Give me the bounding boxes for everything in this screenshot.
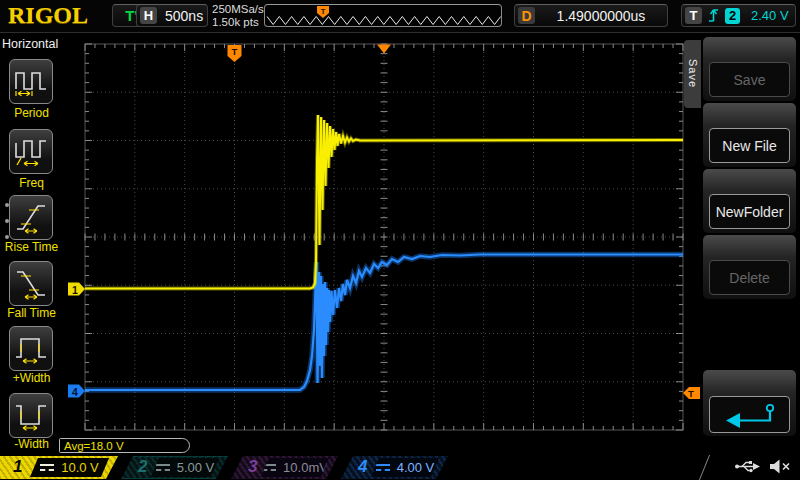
save-button[interactable]: Save [709, 62, 790, 97]
measure-sidebar: Horizontal Period Freq Rise Time [0, 32, 63, 455]
dc-coupling-icon [156, 464, 170, 471]
softkey-block: Delete [703, 235, 796, 299]
measurement-readout: Avg=18.0 V [59, 438, 190, 453]
fall-time-icon [13, 265, 49, 301]
rise-time-icon [13, 199, 49, 235]
page-indicator-dot [5, 219, 9, 223]
delay-badge: D 1.49000000us [514, 4, 668, 27]
status-bar: RIGOL T'D H 500ns 250MSa/s 1.50k pts T D… [0, 0, 800, 33]
ch1-position-marker[interactable]: 1 [68, 283, 85, 296]
timebase-value: 500ns [165, 8, 203, 24]
acquisition-info: 250MSa/s 1.50k pts [212, 3, 264, 29]
measure-item-rise-time-label[interactable]: Rise Time [0, 240, 63, 254]
softkey-block: Save [703, 37, 796, 101]
horizontal-key-label: H [140, 7, 157, 24]
svg-text:4: 4 [72, 386, 78, 398]
trigger-level-value: 2.40 V [751, 8, 789, 23]
channel-2-status[interactable]: 2 5.00 V [121, 456, 228, 479]
avg-measurement: Avg=18.0 V [64, 440, 124, 452]
channel-4-number: 4 [358, 457, 367, 477]
svg-text:T: T [232, 46, 238, 57]
trigger-level-marker[interactable]: T [683, 387, 700, 399]
return-arrow-icon [717, 402, 783, 428]
page-indicator-dot [5, 203, 9, 207]
measure-category-title: Horizontal [2, 37, 58, 51]
minus-width-icon [13, 397, 49, 433]
new-folder-button[interactable]: NewFolder [709, 194, 790, 229]
trigger-settings-badge: T 2 2.40 V [681, 4, 796, 27]
oscilloscope-screen: T T 1 4 RIGOL T'D H 500ns 250MSa/s 1. [0, 0, 800, 480]
speaker-muted-icon [769, 458, 792, 475]
waveform-memory-preview[interactable]: T [264, 4, 502, 27]
channel-3-status[interactable]: 3 10.0mV [231, 456, 338, 479]
delay-value: 1.49000000us [557, 8, 646, 24]
new-file-button[interactable]: New File [709, 128, 790, 163]
measure-item-rise-time[interactable] [9, 195, 53, 240]
channel-bar: 1 10.0 V 2 5.00 V 3 10.0mV 4 [0, 455, 800, 480]
channel-2-scale: 5.00 V [177, 460, 215, 475]
measure-item-period-label[interactable]: Period [0, 106, 63, 120]
graticule-grid [85, 44, 683, 430]
channel-4-scale: 4.00 V [397, 460, 435, 475]
trigger-key-label: T [685, 7, 702, 24]
delay-reference-marker[interactable] [377, 45, 391, 54]
measure-item-freq[interactable] [9, 129, 53, 174]
period-icon [13, 63, 49, 99]
dc-coupling-icon [40, 464, 54, 471]
channel-1-number: 1 [13, 457, 22, 477]
ch4-waveform-fuzz [85, 255, 683, 391]
trigger-position-marker[interactable]: T [228, 45, 242, 62]
softkey-block: New File [703, 103, 796, 167]
memory-depth: 1.50k pts [212, 16, 264, 29]
measure-item-plus-width[interactable] [9, 326, 53, 371]
measure-item-minus-width-label[interactable]: -Width [0, 437, 63, 451]
channel-3-number: 3 [248, 457, 257, 477]
plus-width-icon [13, 330, 49, 366]
menu-tab-save: Save [684, 40, 701, 108]
measure-item-freq-label[interactable]: Freq [0, 176, 63, 190]
usb-icon [734, 458, 761, 475]
svg-text:1: 1 [72, 284, 78, 296]
waveform-display: T T 1 4 [0, 0, 800, 480]
channel-2-number: 2 [138, 457, 147, 477]
trigger-source-badge: 2 [725, 8, 740, 24]
softkey-block: NewFolder [703, 169, 796, 233]
ch4-waveform [85, 255, 683, 391]
memory-waveform-thumbnail [267, 17, 501, 25]
sample-rate: 250MSa/s [212, 3, 264, 16]
freq-icon [13, 133, 49, 169]
channel-1-status[interactable]: 1 10.0 V [0, 456, 118, 479]
measure-item-minus-width[interactable] [9, 393, 53, 438]
delay-key-label: D [518, 7, 535, 24]
page-indicator-dot [5, 235, 9, 239]
delete-button[interactable]: Delete [709, 260, 790, 295]
dc-coupling-icon [376, 464, 390, 471]
measure-item-fall-time[interactable] [9, 261, 53, 306]
svg-text:T: T [321, 7, 326, 16]
back-button[interactable] [709, 396, 790, 433]
channel-3-scale: 10.0mV [283, 460, 328, 475]
ch4-position-marker[interactable]: 4 [68, 385, 85, 398]
svg-text:T: T [688, 388, 694, 399]
rising-edge-icon [707, 7, 720, 24]
channel-1-scale: 10.0 V [61, 460, 99, 475]
measure-item-period[interactable] [9, 59, 53, 104]
rigol-logo: RIGOL [8, 2, 88, 29]
measure-item-fall-time-label[interactable]: Fall Time [0, 306, 63, 320]
timebase-badge: H 500ns [136, 4, 208, 27]
measure-item-plus-width-label[interactable]: +Width [0, 371, 63, 385]
status-divider [699, 455, 710, 480]
softkey-block [703, 370, 796, 436]
channel-4-status[interactable]: 4 4.00 V [341, 456, 448, 479]
